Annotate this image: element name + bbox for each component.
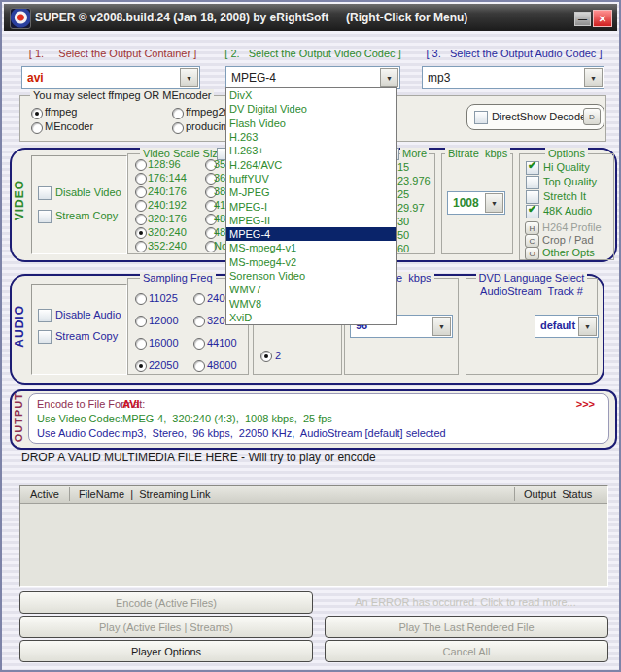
close-button[interactable]: ✕	[593, 10, 612, 27]
video-stream-copy-checkbox[interactable]	[38, 210, 52, 223]
crop-pad-button[interactable]: C	[525, 234, 539, 248]
other-opts-label[interactable]: Other Opts	[542, 247, 595, 258]
48k-audio-label[interactable]: 48K Audio	[543, 205, 592, 217]
fps-value-1[interactable]: 23.976	[397, 175, 431, 186]
codec-option[interactable]: Flash Video	[226, 117, 396, 130]
top-quality-checkbox[interactable]	[526, 176, 539, 189]
container-select[interactable]: avi ▼	[21, 66, 200, 89]
directshow-advanced-button[interactable]: D	[583, 108, 601, 125]
video-stream-copy-label[interactable]: Stream Copy	[55, 210, 118, 221]
directshow-decode-label[interactable]: DirectShow Decode	[492, 111, 586, 122]
freq-label-16000[interactable]: 16000	[149, 337, 179, 349]
freq-radio-32000[interactable]	[193, 316, 205, 327]
scale-radio-4[interactable]	[135, 214, 147, 225]
codec-option[interactable]: WMV8	[226, 296, 396, 310]
scale-label-5[interactable]: 320:240	[148, 226, 187, 238]
48k-audio-checkbox[interactable]: ✔	[526, 205, 539, 218]
codec-option[interactable]: DV Digital Video	[226, 102, 396, 116]
top-quality-label[interactable]: Top Quality	[543, 176, 597, 187]
codec-option[interactable]: H.263+	[226, 144, 396, 157]
container-dropdown-arrow-icon[interactable]: ▼	[180, 68, 198, 87]
radio-mencoder[interactable]	[31, 122, 43, 134]
disable-video-label[interactable]: Disable Video	[55, 186, 121, 198]
directshow-decode-checkbox[interactable]	[474, 111, 488, 124]
video-bitrate-dropdown-arrow-icon[interactable]: ▼	[485, 193, 503, 213]
minimize-button[interactable]: —	[574, 12, 591, 26]
audio-codec-dropdown-arrow-icon[interactable]: ▼	[584, 68, 603, 87]
h264-profile-label[interactable]: H264 Profile	[542, 221, 602, 233]
channels-radio-2-selected[interactable]	[260, 351, 272, 362]
freq-radio-24000[interactable]	[193, 293, 205, 305]
player-options-button[interactable]: Player Options	[19, 640, 313, 662]
radio-ffmpeg-label[interactable]: ffmpeg	[45, 106, 77, 118]
codec-option[interactable]: WMV7	[226, 283, 396, 296]
fps-value-3[interactable]: 29.97	[397, 202, 425, 214]
fps-value-6[interactable]: 60	[397, 243, 409, 254]
stretch-it-label[interactable]: Stretch It	[543, 190, 586, 202]
scale-radio-6[interactable]	[135, 241, 147, 252]
codec-option[interactable]: MPEG-II	[226, 214, 396, 227]
scale-radio-2[interactable]	[135, 186, 147, 198]
fps-value-0[interactable]: 15	[397, 161, 409, 173]
scale-radio-0[interactable]	[135, 159, 147, 171]
video-codec-dropdown-arrow-icon[interactable]: ▼	[380, 68, 398, 87]
h264-profile-button[interactable]: H	[525, 221, 539, 235]
output-more-chevrons-icon[interactable]: >>>	[576, 398, 595, 410]
audio-stream-copy-label[interactable]: Stream Copy	[55, 330, 118, 342]
scale-label-1[interactable]: 176:144	[148, 172, 187, 184]
freq-radio-11025[interactable]	[135, 293, 147, 305]
codec-option[interactable]: MS-mpeg4-v1	[226, 241, 396, 254]
stretch-it-checkbox[interactable]	[526, 190, 539, 204]
fps-value-2[interactable]: 25	[397, 188, 409, 200]
freq-label-44100[interactable]: 44100	[207, 337, 237, 349]
freq-radio-12000[interactable]	[135, 316, 147, 327]
scale-label-6[interactable]: 352:240	[148, 240, 187, 252]
hi-quality-label[interactable]: Hi Quality	[543, 161, 590, 173]
audio-codec-select[interactable]: mp3 ▼	[422, 66, 604, 89]
fps-more-label[interactable]: More	[400, 148, 429, 159]
scale-label-2[interactable]: 240:176	[148, 185, 187, 197]
freq-radio-44100[interactable]	[193, 338, 205, 350]
radio-ffmpeg2theora-label[interactable]: ffmpeg2theora	[186, 106, 225, 118]
radio-ffmpeg[interactable]	[31, 108, 43, 119]
scale-radio-3[interactable]	[135, 200, 147, 212]
dvd-track-dropdown-arrow-icon[interactable]: ▼	[578, 317, 597, 336]
radio-producing[interactable]	[172, 122, 184, 134]
other-opts-button[interactable]: O	[525, 247, 539, 260]
codec-option[interactable]: XviD	[226, 311, 396, 324]
video-bitrate-select[interactable]: 1008 ▼	[447, 191, 505, 215]
scale-label-4[interactable]: 320:176	[148, 213, 187, 224]
hi-quality-checkbox[interactable]: ✔	[526, 161, 539, 175]
play-last-rendered-button[interactable]: Play The Last Rendered File	[325, 616, 608, 638]
freq-label-12000[interactable]: 12000	[149, 315, 179, 326]
fps-value-4[interactable]: 30	[397, 216, 409, 227]
scale-radio-1[interactable]	[135, 173, 147, 185]
directshow-decode-control[interactable]: DirectShow Decode D	[466, 104, 604, 130]
crop-pad-label[interactable]: Crop / Pad	[542, 234, 594, 246]
freq-label-48000[interactable]: 48000	[207, 359, 237, 371]
file-queue[interactable]: Active FileName | Streaming Link Output …	[19, 485, 608, 587]
disable-audio-checkbox[interactable]	[38, 309, 52, 322]
scale-radio-5-selected[interactable]	[135, 227, 147, 239]
dvd-track-select[interactable]: default ▼	[535, 315, 599, 338]
scale-label-3[interactable]: 240:192	[148, 199, 187, 211]
freq-radio-16000[interactable]	[135, 338, 147, 350]
codec-option[interactable]: MS-mpeg4-v2	[226, 255, 396, 269]
radio-producing-label[interactable]: producing	[186, 120, 225, 132]
codec-option[interactable]: M-JPEG	[226, 185, 396, 199]
video-codec-select[interactable]: MPEG-4 ▼	[225, 66, 400, 89]
disable-audio-label[interactable]: Disable Audio	[55, 309, 121, 320]
error-message-button[interactable]: An ERROR has occurred. Click to read mor…	[325, 591, 606, 612]
freq-radio-22050-selected[interactable]	[135, 360, 147, 372]
scale-label-0[interactable]: 128:96	[148, 158, 181, 170]
freq-label-11025[interactable]: 11025	[149, 292, 178, 304]
audio-bitrate-dropdown-arrow-icon[interactable]: ▼	[432, 317, 451, 336]
codec-option[interactable]: H.263	[226, 130, 396, 144]
freq-radio-48000[interactable]	[193, 360, 205, 372]
channels-label-2[interactable]: 2	[275, 350, 281, 361]
play-button[interactable]: Play (Active Files | Streams)	[19, 616, 313, 638]
radio-mencoder-label[interactable]: MEncoder	[45, 120, 93, 132]
radio-ffmpeg2theora[interactable]	[172, 108, 184, 119]
disable-video-checkbox[interactable]	[38, 186, 52, 200]
freq-label-22050[interactable]: 22050	[149, 359, 179, 371]
